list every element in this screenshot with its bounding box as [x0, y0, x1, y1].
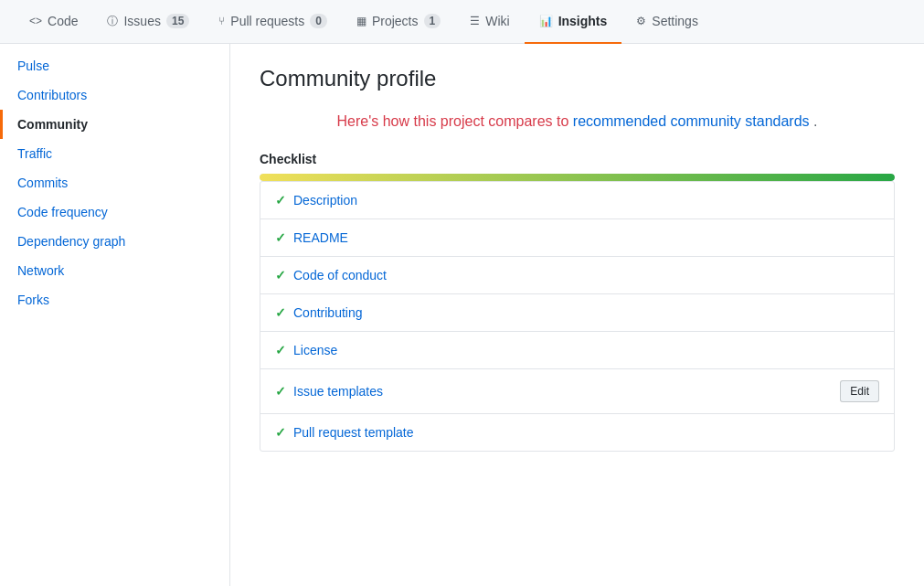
- nav-pr-label: Pull requests: [230, 14, 304, 28]
- check-icon: ✓: [275, 305, 286, 320]
- compare-suffix: .: [813, 113, 817, 129]
- sidebar-item-contributors[interactable]: Contributors: [0, 80, 229, 110]
- sidebar-contributors-label: Contributors: [17, 88, 87, 102]
- list-item: ✓ Description: [260, 182, 894, 219]
- sidebar-item-pulse[interactable]: Pulse: [0, 51, 229, 80]
- sidebar-item-traffic[interactable]: Traffic: [0, 139, 229, 168]
- checklist-item-readme[interactable]: README: [293, 230, 348, 245]
- list-item: ✓ Pull request template: [260, 414, 894, 451]
- nav-insights[interactable]: 📊 Insights: [525, 0, 622, 44]
- checklist-table: ✓ Description ✓ README ✓ Code of conduct: [260, 181, 895, 452]
- nav-wiki[interactable]: ☰ Wiki: [455, 0, 524, 44]
- settings-icon: ⚙: [636, 15, 646, 27]
- checklist-item-pr-template[interactable]: Pull request template: [293, 425, 414, 440]
- pr-icon: ⑂: [218, 15, 225, 27]
- list-item: ✓ Issue templates Edit: [260, 369, 894, 414]
- sidebar-community-label: Community: [17, 117, 88, 132]
- compare-text: Here's how this project compares to reco…: [260, 113, 895, 130]
- sidebar: Pulse Contributors Community Traffic Com…: [0, 44, 230, 586]
- checklist-section: Checklist ✓ Description ✓ README: [260, 152, 895, 452]
- progress-bar: [260, 174, 895, 181]
- check-icon: ✓: [275, 343, 286, 357]
- sidebar-item-dependency-graph[interactable]: Dependency graph: [0, 227, 229, 256]
- sidebar-dep-graph-label: Dependency graph: [17, 234, 125, 249]
- main-content: Community profile Here's how this projec…: [230, 44, 924, 586]
- sidebar-item-forks[interactable]: Forks: [0, 285, 229, 314]
- sidebar-commits-label: Commits: [17, 176, 68, 190]
- sidebar-item-network[interactable]: Network: [0, 256, 229, 285]
- checklist-item-description[interactable]: Description: [293, 193, 357, 208]
- sidebar-network-label: Network: [17, 263, 64, 278]
- checklist-label: Checklist: [260, 152, 895, 166]
- sidebar-item-community[interactable]: Community: [0, 110, 229, 139]
- sidebar-traffic-label: Traffic: [17, 146, 52, 161]
- compare-link[interactable]: recommended community standards: [573, 113, 810, 129]
- check-icon: ✓: [275, 193, 286, 208]
- nav-settings[interactable]: ⚙ Settings: [621, 0, 713, 44]
- checklist-item-issue-templates[interactable]: Issue templates: [293, 384, 383, 399]
- nav-settings-label: Settings: [652, 14, 698, 28]
- projects-icon: ▦: [356, 15, 366, 27]
- check-icon: ✓: [275, 384, 286, 399]
- compare-prefix: Here's how this project compares to: [337, 113, 569, 129]
- edit-button[interactable]: Edit: [840, 380, 879, 402]
- check-icon: ✓: [275, 268, 286, 282]
- list-item: ✓ License: [260, 332, 894, 369]
- check-icon: ✓: [275, 230, 286, 245]
- progress-bar-fill: [260, 174, 895, 181]
- list-item: ✓ Contributing: [260, 294, 894, 332]
- nav-issues-label: Issues: [123, 14, 160, 28]
- layout: Pulse Contributors Community Traffic Com…: [0, 44, 924, 586]
- pr-badge: 0: [310, 14, 327, 28]
- sidebar-pulse-label: Pulse: [17, 59, 49, 73]
- nav-wiki-label: Wiki: [485, 14, 509, 28]
- insights-icon: 📊: [539, 15, 553, 27]
- sidebar-forks-label: Forks: [17, 293, 49, 307]
- nav-projects[interactable]: ▦ Projects 1: [342, 0, 455, 44]
- nav-insights-label: Insights: [558, 14, 608, 28]
- page-title: Community profile: [260, 66, 895, 91]
- checklist-item-license[interactable]: License: [293, 343, 337, 357]
- issues-icon: ⓘ: [107, 14, 118, 29]
- issues-badge: 15: [166, 14, 189, 28]
- nav-pull-requests[interactable]: ⑂ Pull requests 0: [204, 0, 342, 44]
- checklist-item-contributing[interactable]: Contributing: [293, 305, 363, 320]
- sidebar-code-freq-label: Code frequency: [17, 205, 108, 219]
- nav-issues[interactable]: ⓘ Issues 15: [92, 0, 204, 44]
- top-nav: <> Code ⓘ Issues 15 ⑂ Pull requests 0 ▦ …: [0, 0, 924, 44]
- checklist-item-code-of-conduct[interactable]: Code of conduct: [293, 268, 387, 282]
- nav-code-label: Code: [48, 14, 78, 28]
- code-icon: <>: [29, 15, 42, 27]
- list-item: ✓ Code of conduct: [260, 257, 894, 294]
- sidebar-item-code-frequency[interactable]: Code frequency: [0, 197, 229, 227]
- nav-projects-label: Projects: [372, 14, 419, 28]
- sidebar-item-commits[interactable]: Commits: [0, 168, 229, 197]
- projects-badge: 1: [424, 14, 441, 28]
- check-icon: ✓: [275, 425, 286, 440]
- nav-code[interactable]: <> Code: [15, 0, 92, 44]
- list-item: ✓ README: [260, 219, 894, 257]
- wiki-icon: ☰: [470, 15, 480, 27]
